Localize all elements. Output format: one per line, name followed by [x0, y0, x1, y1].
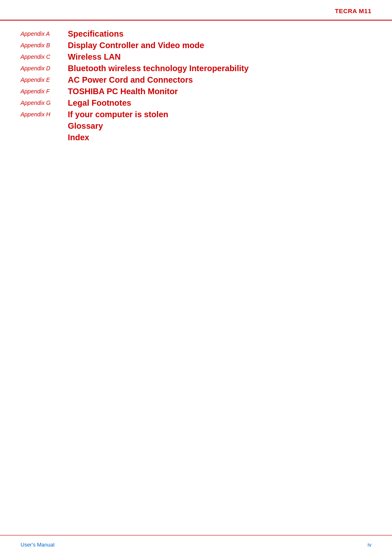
toc-title-d[interactable]: Bluetooth wireless technology Interopera… — [68, 63, 371, 74]
toc-label-a[interactable]: Appendix A — [21, 28, 68, 39]
toc-label-h[interactable]: Appendix H — [21, 109, 68, 120]
toc-title-glossary[interactable]: Glossary — [68, 120, 371, 132]
page-footer: User's Manual iv — [21, 542, 371, 548]
toc-row-h: Appendix H If your computer is stolen — [21, 109, 371, 120]
toc-label-b[interactable]: Appendix B — [21, 39, 68, 51]
toc-row-g: Appendix G Legal Footnotes — [21, 97, 371, 109]
toc-row-c: Appendix C Wireless LAN — [21, 51, 371, 63]
bottom-border-line — [0, 535, 392, 536]
toc-row-d: Appendix D Bluetooth wireless technology… — [21, 63, 371, 74]
footer-left-text: User's Manual — [21, 542, 55, 548]
toc-content: Appendix A Specifications Appendix B Dis… — [21, 28, 371, 143]
toc-label-glossary — [21, 120, 68, 132]
toc-title-c[interactable]: Wireless LAN — [68, 51, 371, 63]
toc-label-d[interactable]: Appendix D — [21, 63, 68, 74]
toc-title-f[interactable]: TOSHIBA PC Health Monitor — [68, 86, 371, 97]
toc-title-a[interactable]: Specifications — [68, 28, 371, 39]
toc-row-glossary: Glossary — [21, 120, 371, 132]
toc-title-h[interactable]: If your computer is stolen — [68, 109, 371, 120]
page-container: TECRA M11 Appendix A Specifications Appe… — [0, 0, 392, 556]
top-border-line — [0, 20, 392, 21]
toc-row-b: Appendix B Display Controller and Video … — [21, 39, 371, 51]
header-title: TECRA M11 — [335, 7, 371, 14]
toc-title-b[interactable]: Display Controller and Video mode — [68, 39, 371, 51]
page-header: TECRA M11 — [335, 7, 371, 14]
toc-label-f[interactable]: Appendix F — [21, 86, 68, 97]
toc-title-index[interactable]: Index — [68, 132, 371, 143]
toc-label-index — [21, 132, 68, 143]
toc-row-f: Appendix F TOSHIBA PC Health Monitor — [21, 86, 371, 97]
toc-label-c[interactable]: Appendix C — [21, 51, 68, 63]
toc-title-g[interactable]: Legal Footnotes — [68, 97, 371, 109]
toc-table: Appendix A Specifications Appendix B Dis… — [21, 28, 371, 143]
toc-row-a: Appendix A Specifications — [21, 28, 371, 39]
toc-label-g[interactable]: Appendix G — [21, 97, 68, 109]
footer-right-text: iv — [368, 542, 371, 548]
toc-title-e[interactable]: AC Power Cord and Connectors — [68, 74, 371, 86]
toc-label-e[interactable]: Appendix E — [21, 74, 68, 86]
toc-row-e: Appendix E AC Power Cord and Connectors — [21, 74, 371, 86]
toc-row-index: Index — [21, 132, 371, 143]
